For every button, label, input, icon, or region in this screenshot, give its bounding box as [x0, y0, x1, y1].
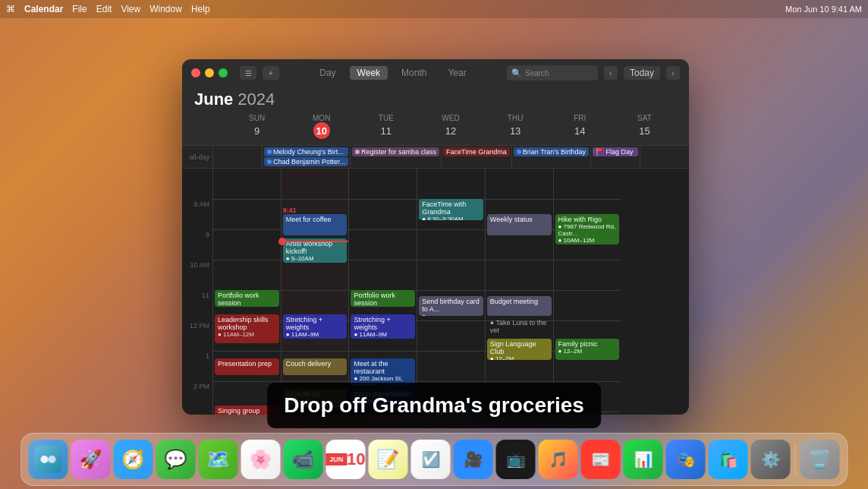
hour-11: 11	[182, 290, 212, 320]
day-header-wed: Wed 12	[418, 112, 483, 140]
allday-flag[interactable]: 🚩 Flag Day	[593, 147, 638, 156]
day-header-sun: Sun 9	[225, 112, 289, 140]
event-coffee-mon[interactable]: Meet for coffee	[283, 214, 348, 235]
dock-trash[interactable]: 🗑️	[800, 440, 840, 479]
event-budget-thu[interactable]: Budget meeting	[487, 296, 552, 316]
dock-numbers[interactable]: 📊	[624, 440, 663, 479]
dock-news[interactable]: 📰	[581, 440, 621, 479]
event-facetime-wed[interactable]: FaceTime with Grandma ● 8:30–9:30AM	[419, 199, 483, 220]
hour-2pm: 2 PM	[182, 381, 212, 412]
event-pres-prep-sun[interactable]: Presentation prep	[215, 358, 279, 375]
menu-help[interactable]: Help	[191, 4, 210, 14]
search-box[interactable]: 🔍 Search	[507, 65, 598, 80]
col-thu: Weekly status Budget meeting ● Take Luna…	[485, 169, 553, 415]
calendar-header: June 2024 Sun 9 Mon 10 Tue 11 Wed 12	[182, 87, 689, 145]
allday-brian[interactable]: Brian Tran's Birthday	[514, 147, 589, 156]
view-week[interactable]: Week	[350, 66, 388, 80]
view-month[interactable]: Month	[394, 66, 434, 80]
svg-point-2	[49, 456, 56, 463]
allday-label: all-day	[182, 146, 212, 168]
allday-row: all-day Melody Cheung's Birt... Chad Ben…	[182, 145, 689, 169]
calendar-window: ☰ + Day Week Month Year 🔍 Search ‹ Today…	[182, 59, 689, 415]
search-placeholder: Search	[525, 69, 549, 77]
view-switcher: Day Week Month Year	[285, 66, 501, 80]
maximize-button[interactable]	[219, 68, 228, 77]
col-sat: Hike with Rigo ● 7987 Redwood Rd, Castr.…	[553, 169, 621, 415]
view-year[interactable]: Year	[440, 66, 473, 80]
event-signlang-thu[interactable]: Sign Language Club ● 12–2M	[487, 339, 552, 360]
dock-calendar[interactable]: JUN 10	[326, 440, 366, 479]
day-header-sat: Sat 15	[612, 112, 677, 140]
menu-window[interactable]: Window	[149, 4, 182, 14]
sidebar-toggle[interactable]: ☰	[240, 66, 256, 80]
allday-chad[interactable]: Chad Benjamin Potter...	[264, 157, 348, 166]
col-tue: Portfolio work session Stretching + weig…	[348, 169, 417, 415]
menu-file[interactable]: File	[72, 4, 86, 14]
col-sun: Portfolio work session Leadership skills…	[212, 169, 281, 415]
dock-notes[interactable]: 📝	[369, 440, 408, 479]
dock-maps[interactable]: 🗺️	[199, 440, 238, 479]
dock-launchpad[interactable]: 🚀	[71, 440, 111, 479]
dock-zoom[interactable]: 🎥	[454, 440, 493, 479]
today-button[interactable]: Today	[624, 66, 660, 80]
dock: 🚀 🧭 💬 🗺️ 🌸 📹 JUN 10 📝 ☑️ 🎥 📺 🎵 📰 📊 🎭 🛍️ …	[20, 433, 848, 486]
allday-wed: FaceTime Grandma	[441, 146, 511, 168]
dock-separator	[795, 444, 796, 475]
menu-datetime: Mon Jun 10 9:41 AM	[785, 5, 862, 14]
year-label: 2024	[237, 90, 275, 109]
next-week[interactable]: ›	[666, 66, 680, 80]
close-button[interactable]	[191, 68, 200, 77]
event-portfolio-sun[interactable]: Portfolio work session	[215, 290, 279, 307]
dock-appletv[interactable]: 📺	[496, 440, 536, 479]
day-header-fri: Fri 14	[548, 112, 612, 140]
allday-melody[interactable]: Melody Cheung's Birt...	[264, 147, 348, 156]
menubar-left: ⌘ Calendar File Edit View Window Help	[6, 4, 210, 14]
dock-systemprefs[interactable]: ⚙️	[751, 440, 791, 479]
allday-samba[interactable]: Register for samba class	[352, 147, 439, 156]
dock-messages[interactable]: 💬	[156, 440, 196, 479]
allday-facetime[interactable]: FaceTime Grandma	[443, 147, 510, 156]
dock-appstore[interactable]: 🛍️	[709, 440, 748, 479]
calendar-body: 8 AM 9 10 AM 11 12 PM 1 2 PM 3 4 PM 5 6 …	[182, 169, 689, 415]
dock-facetime[interactable]: 📹	[284, 440, 323, 479]
time-gutter: 8 AM 9 10 AM 11 12 PM 1 2 PM 3 4 PM 5 6 …	[182, 169, 212, 415]
dock-reminders[interactable]: ☑️	[411, 440, 451, 479]
hour-3: 3	[182, 412, 212, 415]
event-portfolio-tue[interactable]: Portfolio work session	[351, 290, 415, 307]
event-sendbirthday-wed[interactable]: Send birthday card to A... ●	[419, 296, 483, 316]
prev-week[interactable]: ‹	[604, 66, 618, 80]
event-stretching-mon[interactable]: Stretching + weights ● 11AM–9M	[283, 314, 348, 339]
dock-photos[interactable]: 🌸	[241, 440, 281, 479]
event-stretching-tue[interactable]: Stretching + weights ● 11AM–9M	[351, 314, 415, 339]
event-luna-thu[interactable]: ● Take Luna to the vet	[487, 317, 552, 334]
dock-finder[interactable]	[29, 440, 68, 479]
current-time-line	[281, 241, 349, 242]
month-label: June	[194, 90, 233, 109]
allday-tue: Register for samba class	[350, 146, 441, 168]
event-leadership-sun[interactable]: Leadership skills workshop ● 11AM–12M	[215, 314, 279, 343]
col-wed: FaceTime with Grandma ● 8:30–9:30AM Send…	[417, 169, 485, 415]
apple-menu[interactable]: ⌘	[6, 4, 15, 14]
time-gutter-header	[194, 112, 225, 140]
event-weekly-thu[interactable]: Weekly status	[487, 214, 552, 235]
current-time-dot	[278, 238, 286, 245]
month-year-row: June 2024	[194, 90, 677, 109]
tooltip-text: Drop off Grandma's groceries	[284, 393, 584, 417]
minimize-button[interactable]	[205, 68, 214, 77]
event-picnic-sat[interactable]: Family picnic ● 12–2M	[555, 339, 620, 360]
hour-9: 9	[182, 229, 212, 260]
hour-1: 1	[182, 351, 212, 381]
event-hike-sat[interactable]: Hike with Rigo ● 7987 Redwood Rd, Castr.…	[555, 214, 620, 244]
add-event[interactable]: +	[263, 66, 279, 80]
dock-safari[interactable]: 🧭	[114, 440, 153, 479]
menu-edit[interactable]: Edit	[96, 4, 112, 14]
dock-music[interactable]: 🎵	[539, 440, 578, 479]
menu-view[interactable]: View	[121, 4, 140, 14]
view-day[interactable]: Day	[312, 66, 343, 80]
app-menu-calendar[interactable]: Calendar	[24, 4, 63, 14]
event-couch-mon[interactable]: Couch delivery	[283, 358, 348, 375]
col-mon: 9:41 Meet for coffee Artist workshop kic…	[281, 169, 349, 415]
dock-keynote[interactable]: 🎭	[666, 440, 706, 479]
window-controls: ☰ +	[240, 66, 279, 80]
event-restaurant-tue[interactable]: Meet at the restaurant ● 200 Jackson St,…	[351, 358, 415, 386]
